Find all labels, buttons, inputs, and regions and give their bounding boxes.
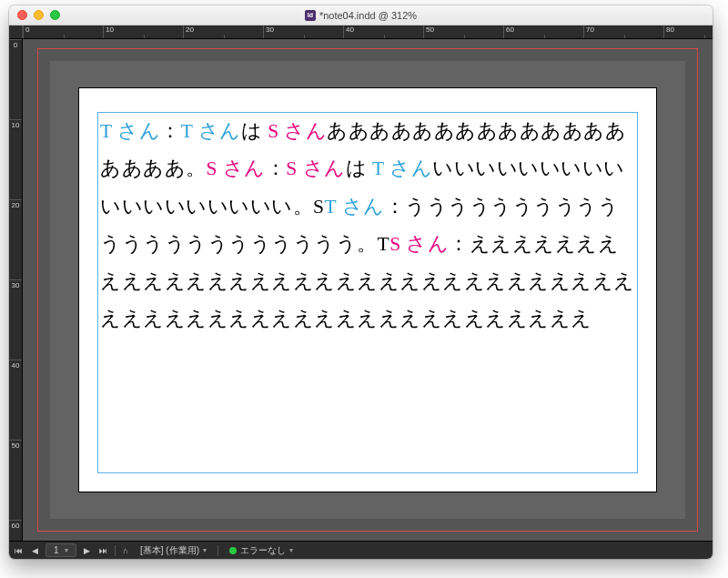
indesign-doc-icon: Id [305,10,316,21]
ruler-vertical[interactable]: 0 10 20 30 40 50 60 [9,39,23,541]
separator [217,545,218,556]
text-run: T さん [324,196,384,218]
text-run: は [346,157,368,179]
ruler-h-tick: 0 [23,25,103,38]
ruler-v-tick: 60 [9,520,22,541]
window-title-text: *note04.indd @ 312% [319,10,417,21]
text-run: S さん [207,157,266,179]
status-ok-icon [229,547,237,554]
ruler-h-tick: 20 [183,25,263,38]
page-number-field[interactable]: 1 ▾ [46,543,76,557]
ruler-h-tick: 40 [343,25,423,38]
separator [115,545,116,556]
titlebar: Id *note04.indd @ 312% [9,5,713,25]
ruler-v-tick: 10 [9,119,22,199]
text-frame[interactable]: T さん：T さんは S さんああああああああああああああああああ。S さん：S… [97,112,638,473]
text-run: T [378,233,390,255]
ruler-h-tick: 30 [263,25,343,38]
ruler-v-tick: 0 [9,39,22,119]
ruler-v-tick: 20 [9,199,22,279]
ruler-v-tick: 30 [9,279,22,360]
prev-page-icon[interactable]: ◀ [30,546,40,555]
text-run: T さん [367,157,432,179]
first-page-icon[interactable]: ⏮ [13,546,25,555]
chevron-down-icon: ▾ [203,546,207,554]
ruler-v-tick: 50 [9,440,22,520]
last-page-icon[interactable]: ⏭ [97,546,109,555]
story-text[interactable]: T さん：T さんは S さんああああああああああああああああああ。S さん：S… [98,113,637,339]
text-run: S さん [262,120,327,142]
ruler-horizontal[interactable]: 0 10 20 30 40 50 60 70 80 [9,25,713,39]
style-dropdown[interactable]: [基本] (作業用) ▾ [135,543,212,558]
chevron-down-icon: ▾ [289,546,293,554]
preflight-label: エラーなし [240,544,286,557]
status-bar: ⏮ ◀ 1 ▾ ▶ ⏭ ⑃ [基本] (作業用) ▾ エラーなし ▾ [9,541,713,559]
open-panel-icon[interactable]: ⑃ [121,546,129,555]
text-run: ： [160,120,181,142]
ruler-h-tick: 60 [503,25,583,38]
ruler-h-tick: 70 [583,25,663,38]
chevron-down-icon: ▾ [65,546,68,554]
ruler-corner[interactable] [9,25,23,39]
next-page-icon[interactable]: ▶ [82,546,92,555]
ruler-h-tick: 10 [103,25,183,38]
document-page[interactable]: T さん：T さんは S さんああああああああああああああああああ。S さん：S… [79,88,656,492]
text-run: は [241,120,263,142]
ruler-v-tick: 40 [9,360,22,440]
app-window: Id *note04.indd @ 312% 0 10 20 30 40 50 … [9,5,713,559]
text-run: T さん [181,120,241,142]
ruler-h-tick: 80 [663,25,713,38]
text-run: S [313,196,324,218]
window-title: Id *note04.indd @ 312% [9,10,713,21]
page-number-value: 1 [54,545,59,555]
text-run: S さん [389,233,449,255]
text-run: S さん [286,157,345,179]
text-run: T さん [100,120,160,142]
ruler-h-tick: 50 [423,25,503,38]
pasteboard: T さん：T さんは S さんああああああああああああああああああ。S さん：S… [23,39,713,541]
preflight-dropdown[interactable]: エラーなし ▾ [224,543,298,558]
canvas[interactable]: T さん：T さんは S さんああああああああああああああああああ。S さん：S… [23,39,713,541]
style-label: [基本] (作業用) [140,544,199,557]
workarea: 0 10 20 30 40 50 60 T さん：T さんは S さんあああああ… [9,39,713,541]
text-run: ： [266,157,287,179]
